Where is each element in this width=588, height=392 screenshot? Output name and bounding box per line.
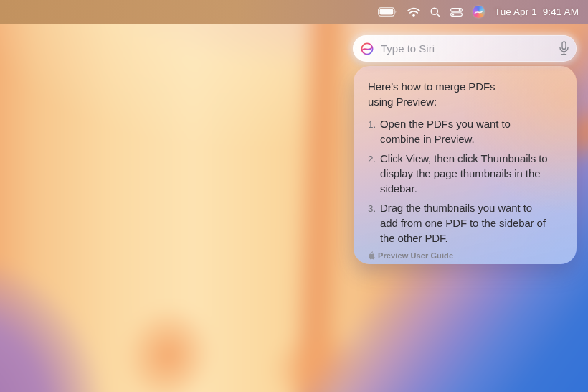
siri-icon[interactable] — [473, 6, 485, 18]
step-item-3: 3. Drag the thumbnails you want to add f… — [368, 200, 565, 246]
step-item-1: 1. Open the PDFs you want to combine in … — [368, 116, 565, 146]
siri-response-card: Here’s how to merge PDFs using Preview: … — [354, 66, 577, 264]
search-icon[interactable] — [430, 7, 440, 17]
control-center-icon[interactable] — [450, 8, 463, 17]
siri-text-input[interactable] — [381, 42, 552, 55]
step-number: 2. — [368, 151, 377, 196]
source-link[interactable]: Preview User Guide — [368, 251, 565, 260]
menu-bar-clock[interactable]: Tue Apr 1 9:41 AM — [495, 6, 579, 17]
step-number: 3. — [368, 200, 377, 246]
step-text: Open the PDFs you want to combine in Pre… — [380, 116, 511, 146]
step-text: Click View, then click Thumbnails to dis… — [380, 151, 547, 196]
battery-icon[interactable] — [378, 7, 397, 17]
menu-bar-date: Tue Apr 1 — [495, 6, 537, 17]
step-item-2: 2. Click View, then click Thumbnails to … — [368, 151, 565, 196]
microphone-icon[interactable] — [559, 41, 569, 56]
wifi-icon[interactable] — [407, 7, 420, 17]
siri-glyph-icon — [360, 42, 374, 56]
menu-bar-time: 9:41 AM — [543, 6, 579, 17]
step-text: Drag the thumbnails you want to add from… — [380, 200, 546, 246]
response-title: Here’s how to merge PDFs using Preview: — [368, 79, 565, 109]
step-number: 1. — [368, 116, 377, 146]
menu-bar: Tue Apr 1 9:41 AM — [0, 0, 588, 24]
apple-logo-icon — [368, 251, 375, 260]
siri-input-bar[interactable] — [353, 35, 577, 62]
source-label: Preview User Guide — [378, 251, 453, 260]
